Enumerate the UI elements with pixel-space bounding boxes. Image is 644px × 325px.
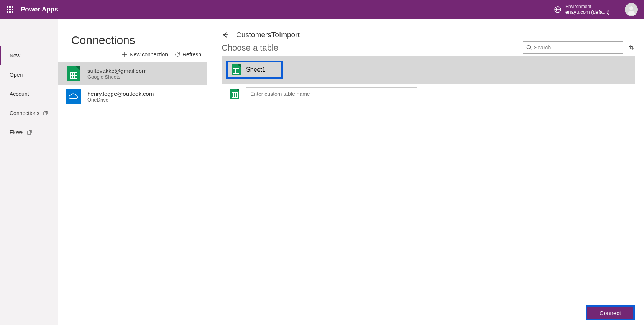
sidebar-item-flows[interactable]: Flows [0,123,58,142]
main-panel: CustomersToImport Choose a table [207,19,644,325]
connections-panel: Connections New connection Refresh [58,19,207,325]
table-list: Sheet1 [222,56,635,104]
search-icon [526,45,532,50]
connection-item[interactable]: sultevakke@gmail.com Google Sheets [58,62,207,85]
person-icon [626,5,636,15]
search-row [523,41,635,54]
app-header: Power Apps Environment enayu.com (defaul… [0,0,644,19]
sidebar-item-account[interactable]: Account [0,84,58,103]
connection-title: henry.legge@outlook.com [87,90,154,97]
connection-subtitle: OneDrive [87,97,154,103]
environment-picker[interactable]: Environment enayu.com (default) [554,4,610,15]
search-input[interactable] [534,44,620,51]
cloud-icon [68,93,79,100]
table-label: Sheet1 [246,66,266,73]
svg-rect-5 [12,9,13,10]
connect-label: Connect [600,310,621,316]
svg-rect-7 [9,11,11,13]
svg-rect-4 [9,9,11,10]
sidebar-item-label: Open [10,72,23,78]
breadcrumb-title: CustomersToImport [236,31,300,39]
svg-rect-3 [7,9,8,10]
brand-title: Power Apps [21,6,58,13]
svg-rect-6 [7,11,8,13]
arrow-left-icon [222,31,229,39]
selected-table-cell: Sheet1 [226,61,283,79]
plus-icon [122,52,127,57]
table-row[interactable]: Sheet1 [222,56,635,84]
app-body: New Open Account Connections Flows [0,19,644,325]
sidebar-item-open[interactable]: Open [0,65,58,84]
sidebar-item-label: Connections [10,110,39,116]
svg-rect-2 [12,6,13,8]
refresh-label: Refresh [182,51,201,57]
external-link-icon [27,130,32,135]
connections-toolbar: New connection Refresh [58,51,207,57]
waffle-icon [7,6,13,13]
connection-subtitle: Google Sheets [87,74,146,80]
app-launcher-icon[interactable] [3,3,17,16]
custom-table-row [222,84,635,104]
svg-rect-1 [9,6,11,8]
onedrive-icon [66,89,81,104]
environment-value: enayu.com (default) [565,9,610,15]
svg-rect-8 [12,11,13,13]
sidebar-item-connections[interactable]: Connections [0,103,58,123]
globe-icon [554,6,562,13]
connection-item[interactable]: henry.legge@outlook.com OneDrive [58,85,207,108]
sidebar-item-label: Flows [10,129,24,135]
svg-rect-0 [7,6,8,8]
user-avatar[interactable] [625,3,638,16]
sidebar-item-label: New [10,53,20,59]
google-sheets-icon [66,66,81,81]
sort-icon [629,44,635,51]
refresh-icon [175,52,180,57]
google-sheets-icon [232,64,241,75]
connections-title: Connections [58,34,207,47]
connect-button[interactable]: Connect [586,305,635,320]
breadcrumb-row: CustomersToImport [222,31,635,39]
sort-button[interactable] [629,44,635,51]
environment-label: Environment [565,4,610,9]
svg-point-11 [629,6,633,10]
connection-title: sultevakke@gmail.com [87,67,146,74]
new-connection-label: New connection [130,51,168,57]
left-sidebar: New Open Account Connections Flows [0,19,58,325]
custom-table-input[interactable] [246,87,417,100]
refresh-button[interactable]: Refresh [175,51,201,57]
sidebar-item-new[interactable]: New [0,46,58,65]
svg-point-14 [527,46,531,49]
back-button[interactable] [222,31,229,39]
sidebar-item-label: Account [10,91,29,97]
google-sheets-icon [230,89,239,99]
new-connection-button[interactable]: New connection [122,51,168,57]
external-link-icon [43,110,48,116]
search-box[interactable] [523,41,623,54]
